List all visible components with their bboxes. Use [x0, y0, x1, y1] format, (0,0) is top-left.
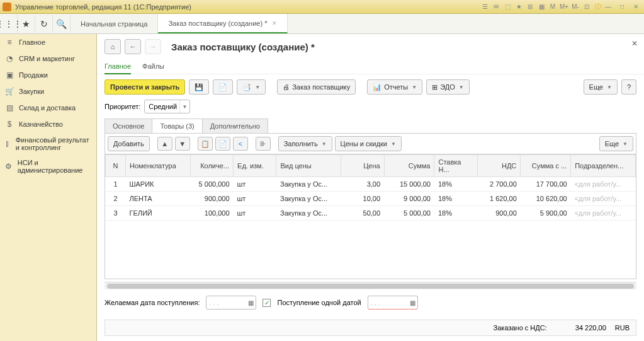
cell[interactable]: 10,00	[341, 192, 384, 206]
cell[interactable]: 17 700,00	[521, 177, 571, 192]
cell[interactable]: 900,00	[477, 206, 520, 221]
cell[interactable]: 3,00	[341, 177, 384, 192]
more-button[interactable]: Еще▼	[584, 79, 618, 95]
sectab-extra[interactable]: Дополнительно	[202, 118, 268, 133]
close-button[interactable]: ✕	[630, 3, 641, 11]
post-button[interactable]: 📄	[213, 79, 233, 95]
page-close-icon[interactable]: ✕	[631, 39, 638, 48]
apps-icon[interactable]: ⋮⋮⋮	[0, 15, 18, 33]
cell[interactable]: 2	[106, 192, 126, 206]
arrival-date-input[interactable]: . . .▦	[368, 296, 418, 309]
cell[interactable]: 15 000,00	[384, 177, 434, 192]
tray-icon[interactable]: M-	[571, 3, 580, 11]
info-icon[interactable]: ⓘ	[594, 3, 602, 11]
col-header[interactable]: Номенклатура	[125, 155, 190, 177]
cell[interactable]: 18%	[434, 206, 477, 221]
barcode-button[interactable]: ⊪	[256, 137, 271, 151]
calendar-icon[interactable]: ▦	[248, 299, 254, 306]
print-order-button[interactable]: 🖨 Заказ поставщику	[277, 79, 356, 95]
cell[interactable]: <для работ/у...	[571, 177, 636, 192]
col-header[interactable]: Ед. изм.	[234, 155, 276, 177]
create-based-on-button[interactable]: 📑▼	[237, 79, 266, 95]
tray-icon[interactable]: M+	[560, 3, 568, 11]
edo-button[interactable]: ⊞ ЭДО▼	[426, 79, 469, 95]
maximize-button[interactable]: □	[616, 3, 628, 11]
back-button[interactable]: ←	[125, 39, 141, 54]
col-header[interactable]: Подразделен...	[571, 155, 636, 177]
sidebar-item[interactable]: 🛒Закупки	[0, 83, 96, 100]
col-header[interactable]: Цена	[341, 155, 384, 177]
help-button[interactable]: ?	[621, 79, 636, 95]
reports-button[interactable]: 📊 Отчеты▼	[367, 79, 422, 95]
cell[interactable]: <для работ/у...	[571, 206, 636, 221]
col-header[interactable]: Вид цены	[276, 155, 341, 177]
cell[interactable]: Закупка у Ос...	[276, 206, 341, 221]
cell[interactable]: 1 620,00	[477, 192, 520, 206]
post-and-close-button[interactable]: Провести и закрыть	[105, 79, 185, 95]
grid-more-button[interactable]: Еще▼	[599, 136, 633, 151]
table-row[interactable]: 3ГЕЛИЙ100,000штЗакупка у Ос...50,005 000…	[106, 206, 636, 221]
goods-grid[interactable]: NНоменклатураКоличе...Ед. изм.Вид ценыЦе…	[105, 154, 636, 279]
cell[interactable]: 5 900,00	[521, 206, 571, 221]
sidebar-item[interactable]: ⫿Финансовый результат и контроллинг	[0, 132, 96, 155]
cell[interactable]: Закупка у Ос...	[276, 177, 341, 192]
cell[interactable]: 9 000,00	[384, 192, 434, 206]
move-up-button[interactable]: ▲	[157, 137, 172, 151]
tray-icon[interactable]: ⊞	[526, 3, 534, 11]
paste-button[interactable]: 📄	[215, 137, 230, 151]
prices-button[interactable]: Цены и скидки▼	[335, 136, 402, 151]
cell[interactable]: ГЕЛИЙ	[125, 206, 190, 221]
tray-icon[interactable]: M	[548, 3, 557, 11]
cell[interactable]: 900,000	[190, 192, 233, 206]
save-button[interactable]: 💾	[189, 79, 209, 95]
cell[interactable]: 2 700,00	[477, 177, 520, 192]
sidebar-item[interactable]: ◔CRM и маркетинг	[0, 50, 96, 67]
copy-button[interactable]: 📋	[198, 137, 213, 151]
star-icon[interactable]: ★	[18, 15, 35, 33]
cell[interactable]: ЛЕНТА	[125, 192, 190, 206]
calendar-icon[interactable]: ▦	[410, 299, 415, 306]
move-down-button[interactable]: ▼	[175, 137, 190, 151]
history-icon[interactable]: ↻	[35, 15, 53, 33]
tray-icon[interactable]: ⬚	[503, 3, 512, 11]
tray-icon[interactable]: ☰	[480, 3, 489, 11]
tray-icon[interactable]: ▦	[537, 3, 546, 11]
cell[interactable]: ШАРИК	[125, 177, 190, 192]
sidebar-item[interactable]: ≡Главное	[0, 34, 96, 50]
single-date-checkbox[interactable]: ✓	[263, 299, 271, 307]
cell[interactable]: 50,00	[341, 206, 384, 221]
sectab-goods[interactable]: Товары (3)	[152, 118, 202, 133]
sidebar-item[interactable]: ▣Продажи	[0, 67, 96, 83]
cell[interactable]: <для работ/у...	[571, 192, 636, 206]
col-header[interactable]: Сумма с ...	[521, 155, 571, 177]
sidebar-item[interactable]: ▤Склад и доставка	[0, 100, 96, 116]
sidebar-item[interactable]: ⚙НСИ и администрирование	[0, 155, 96, 178]
minimize-button[interactable]: —	[602, 3, 614, 11]
search-icon[interactable]: 🔍	[53, 15, 71, 33]
fill-button[interactable]: Заполнить▼	[278, 136, 332, 151]
cell[interactable]: 3	[106, 206, 126, 221]
sectab-main[interactable]: Основное	[105, 118, 152, 133]
table-row[interactable]: 2ЛЕНТА900,000штЗакупка у Ос...10,009 000…	[106, 192, 636, 206]
cell[interactable]: 100,000	[190, 206, 233, 221]
cell[interactable]: шт	[234, 177, 276, 192]
cell[interactable]: 10 620,00	[521, 192, 571, 206]
cell[interactable]: Закупка у Ос...	[276, 192, 341, 206]
subtab-files[interactable]: Файлы	[142, 59, 164, 74]
cell[interactable]: шт	[234, 206, 276, 221]
share-button[interactable]: <	[233, 137, 248, 151]
col-header[interactable]: N	[106, 155, 126, 177]
tray-icon[interactable]: ⊡	[582, 3, 591, 11]
col-header[interactable]: Количе...	[190, 155, 233, 177]
tab-close-icon[interactable]: ✕	[272, 20, 277, 26]
tab-start-page[interactable]: Начальная страница	[71, 14, 158, 33]
col-header[interactable]: Сумма	[384, 155, 434, 177]
wanted-date-input[interactable]: . . .▦	[206, 296, 256, 309]
cell[interactable]: 18%	[434, 192, 477, 206]
cell[interactable]: 18%	[434, 177, 477, 192]
cell[interactable]: 5 000,000	[190, 177, 233, 192]
sidebar-item[interactable]: $Казначейство	[0, 116, 96, 132]
cell[interactable]: шт	[234, 192, 276, 206]
subtab-main[interactable]: Главное	[105, 59, 131, 74]
add-row-button[interactable]: Добавить	[108, 136, 150, 151]
